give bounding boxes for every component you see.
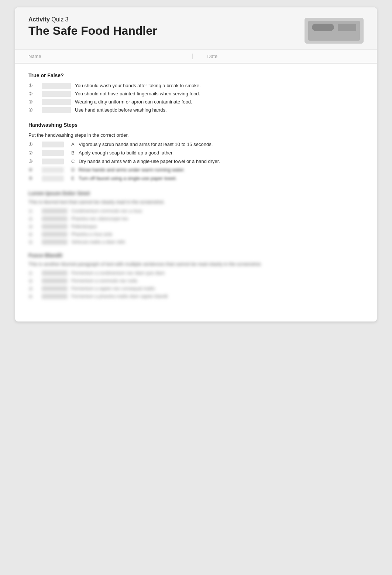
blurred-instruction-1: This is blurred text that cannot be clea…	[28, 199, 364, 205]
o-answer-box-1[interactable]	[42, 142, 64, 147]
content-area: True or False? ① You should wash your ha…	[15, 64, 377, 321]
question-item-1: ① You should wash your hands after takin…	[28, 83, 364, 89]
blurred-list-1: ① Condimentum commodo nec a risus ② Phar…	[28, 208, 364, 245]
blurred-section-2: Fusce Blandit This is another blurred pa…	[28, 252, 364, 299]
logo-shape	[308, 21, 360, 41]
blurred-item-2-4: ④ Fermentum a pharetra mattis diam sapie…	[28, 294, 364, 299]
o-text-1: Vigorously scrub hands and arms for at l…	[79, 142, 213, 147]
o-letter-3: C	[71, 159, 79, 164]
q-answer-box-4[interactable]	[42, 107, 71, 113]
o-text-4: Rinse hands and arms under warm running …	[79, 167, 185, 173]
q-answer-box-3[interactable]	[42, 99, 71, 105]
q-answer-box-2[interactable]	[42, 91, 71, 97]
page-title: The Safe Food Handler	[28, 24, 157, 37]
handwashing-section: Handwashing Steps Put the handwashing st…	[28, 122, 364, 181]
ordering-item-1: ① A Vigorously scrub hands and arms for …	[28, 142, 364, 147]
true-false-list: ① You should wash your hands after takin…	[28, 83, 364, 113]
blurred-item-5: ⑤ Vehicula mattis a diam nibh	[28, 239, 364, 245]
o-letter-2: B	[71, 150, 79, 156]
o-number-2: ②	[28, 150, 42, 156]
ordering-item-4: ④ D Rinse hands and arms under warm runn…	[28, 167, 364, 173]
question-item-2: ② You should not have painted fingernail…	[28, 91, 364, 97]
q-number-2: ②	[28, 91, 42, 96]
blurred-item-2-1: ① Fermentum a condimentum nec diam quis …	[28, 271, 364, 276]
o-answer-box-5	[42, 176, 64, 181]
o-letter-4: D	[71, 167, 79, 173]
header-left: Activity Quiz 3 The Safe Food Handler	[28, 16, 157, 37]
q-text-2: You should not have painted fingernails …	[75, 91, 200, 96]
blurred-item-4: ④ Pharetra a risus ante	[28, 232, 364, 237]
true-false-section: True or False? ① You should wash your ha…	[28, 72, 364, 113]
o-letter-1: A	[71, 142, 79, 147]
q-text-4: Use hand antiseptic before washing hands…	[75, 107, 167, 113]
blurred-item-3: ③ Pellentesque	[28, 224, 364, 229]
o-answer-box-3[interactable]	[42, 159, 64, 164]
handwashing-instruction: Put the handwashing steps in the correct…	[28, 132, 364, 138]
question-item-4: ④ Use hand antiseptic before washing han…	[28, 107, 364, 113]
o-text-5: Turn off faucet using a single-use paper…	[79, 176, 177, 181]
blurred-title-2: Fusce Blandit	[28, 252, 364, 258]
name-date-bar: Name Date	[15, 50, 377, 64]
o-answer-box-2[interactable]	[42, 150, 64, 156]
logo-image	[305, 18, 364, 44]
o-text-3: Dry hands and arms with a single-use pap…	[79, 159, 220, 164]
blurred-instruction-2: This is another blurred paragraph of tex…	[28, 261, 364, 267]
q-number-4: ④	[28, 107, 42, 113]
ordering-item-2: ② B Apply enough soap to build up a good…	[28, 150, 364, 156]
ordering-item-3: ③ C Dry hands and arms with a single-use…	[28, 159, 364, 164]
date-field[interactable]: Date	[193, 54, 364, 59]
o-text-2: Apply enough soap to build up a good lat…	[79, 150, 173, 156]
page-container: Activity Quiz 3 The Safe Food Handler Na…	[15, 7, 377, 321]
ordering-list: ① A Vigorously scrub hands and arms for …	[28, 142, 364, 181]
blurred-item-2-2: ② Fermentum a commodo nec nulla	[28, 278, 364, 284]
o-number-5: ⑤	[28, 176, 42, 181]
blurred-item-2: ② Pharetra nec ullamcorper leo	[28, 216, 364, 222]
activity-label: Activity Quiz 3	[28, 16, 157, 23]
q-number-3: ③	[28, 99, 42, 105]
blurred-item-1: ① Condimentum commodo nec a risus	[28, 208, 364, 214]
header: Activity Quiz 3 The Safe Food Handler	[15, 7, 377, 50]
blurred-section-1: Lorem Ipsum Dolor Smet This is blurred t…	[28, 190, 364, 245]
blurred-list-2: ① Fermentum a condimentum nec diam quis …	[28, 271, 364, 299]
o-number-3: ③	[28, 159, 42, 164]
name-field[interactable]: Name	[28, 54, 193, 59]
handwashing-title: Handwashing Steps	[28, 122, 364, 128]
blurred-title-1: Lorem Ipsum Dolor Smet	[28, 190, 364, 196]
q-text-3: Wearing a dirty uniform or apron can con…	[75, 99, 192, 105]
blurred-item-2-3: ③ Fermentum a sapien nec consequat matti…	[28, 286, 364, 292]
q-text-1: You should wash your hands after taking …	[75, 83, 201, 88]
question-item-3: ③ Wearing a dirty uniform or apron can c…	[28, 99, 364, 105]
o-answer-box-4	[42, 167, 64, 173]
q-number-1: ①	[28, 83, 42, 88]
ordering-item-5: ⑤ E Turn off faucet using a single-use p…	[28, 176, 364, 181]
o-number-1: ①	[28, 142, 42, 147]
q-answer-box-1[interactable]	[42, 83, 71, 89]
o-letter-5: E	[71, 176, 79, 181]
o-number-4: ④	[28, 167, 42, 173]
true-false-title: True or False?	[28, 72, 364, 78]
